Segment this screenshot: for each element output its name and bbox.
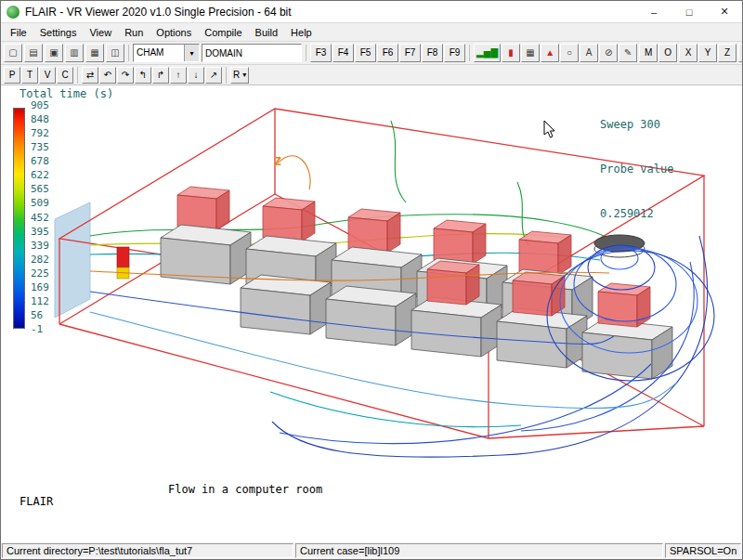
mo-button-group: MO [639,44,677,62]
letter-button-group: PTVC [4,67,73,84]
legend-tick-10: 339 [31,241,49,251]
menu-item-file[interactable]: File [4,24,33,41]
legend-tick-16: -1 [31,324,49,334]
menu-item-build[interactable]: Build [249,24,284,41]
toggle-button-o[interactable]: O [658,44,677,62]
new-file-icon[interactable]: ▢ [4,44,22,62]
legend-tick-9: 395 [31,227,49,237]
menu-bar: FileSettingsViewRunOptionsCompileBuildHe… [1,23,742,42]
sweep-counter: Sweep 300 [600,117,673,132]
copy-icon[interactable]: ▦ [85,44,104,62]
menu-item-view[interactable]: View [83,24,118,41]
triangle-icon[interactable]: ▲ [541,44,559,62]
title-bar: FLAIR - VR Viewer 2020 v1.0 Single Preci… [1,1,742,23]
object-selector-value: CHAM [134,45,184,61]
app-window: FLAIR - VR Viewer 2020 v1.0 Single Preci… [0,0,743,560]
legend-tick-12: 225 [31,268,49,279]
menu-item-help[interactable]: Help [284,24,319,41]
fkey-f4[interactable]: F4 [332,44,354,62]
text-annotation-icon[interactable]: A [580,44,598,62]
toolbar-button-c[interactable]: C [57,67,73,84]
graph-icon[interactable]: ▂▅▇ [474,44,501,62]
menu-item-settings[interactable]: Settings [33,24,84,41]
menu-item-run[interactable]: Run [118,24,150,41]
legend-tick-0: 905 [31,100,49,111]
swap-view-icon[interactable]: ⇄ [82,67,98,84]
scene-caption: Flow in a computer room [168,483,322,496]
object-selector[interactable]: CHAM ▾ [133,44,200,62]
toolbar-separator [469,45,470,61]
probe-value: 0.259012 [600,206,673,221]
turn-left-icon[interactable]: ↰ [135,67,151,84]
fkey-f9[interactable]: F9 [444,44,465,62]
r-dropdown[interactable]: R ▾ [230,67,249,84]
status-sparsol: SPARSOL=On [665,543,741,558]
menu-item-compile[interactable]: Compile [198,24,248,41]
probe-readout: Sweep 300 Probe value 0.259012 [600,87,673,251]
axis-button-x[interactable]: X [679,44,697,62]
app-icon [7,6,20,19]
legend-tick-15: 56 [31,310,49,320]
extra-icon-group: ↗↘✎▂▅▇ [738,44,743,62]
status-bar: Current directory=P:\test\tutorials\fla_… [1,542,742,559]
nav-icon-group: ⇄↶↷↰↱↑↓↗ [82,67,222,84]
z-axis-label: Z [274,154,281,168]
chevron-down-icon[interactable]: ▾ [184,45,199,61]
close-button[interactable]: ✕ [707,1,742,22]
open-file-icon[interactable]: ▤ [24,44,43,62]
redo-view-icon[interactable]: ↷ [117,67,134,84]
slice-icon[interactable]: ⊘ [599,44,618,62]
fkey-f3[interactable]: F3 [310,44,332,62]
maximize-button[interactable]: □ [671,1,707,22]
view-toolbar: PTVC ⇄↶↷↰↱↑↓↗ R ▾ [1,65,742,85]
axis-button-z[interactable]: Z [718,44,736,62]
toolbar-separator [226,67,227,84]
toolbar-button-p[interactable]: P [4,67,20,84]
legend-labels: 9058487927356786225655094523953392822251… [31,100,49,334]
domain-input[interactable] [202,44,302,62]
undo-view-icon[interactable]: ↶ [99,67,116,84]
inlet-panel [55,202,90,318]
ellipse-icon[interactable]: ○ [560,44,579,62]
turn-right-icon[interactable]: ↱ [152,67,169,84]
mesh-icon[interactable]: ▦ [521,44,540,62]
toggle-button-m[interactable]: M [639,44,658,62]
legend-tick-7: 509 [31,198,49,208]
minimize-button[interactable]: – [636,1,671,22]
fkey-f6[interactable]: F6 [377,44,398,62]
print-icon[interactable]: ▥ [65,44,84,62]
main-toolbar: ▢▤▣▥▦◫ CHAM ▾ F3F4F5F6F7F8F9 ▂▅▇▮▦▲○A⊘✎ … [1,42,742,65]
save-file-icon[interactable]: ▣ [45,44,63,62]
viewport-canvas[interactable]: Total time (s) 9058487927356786225655094… [1,85,743,544]
axis-button-group: XYZ [679,44,736,62]
toolbar-separator [77,67,78,84]
probe-value-label: Probe value [600,162,673,176]
toolbar-separator [306,45,306,61]
menu-item-options[interactable]: Options [150,24,198,41]
toolbar-button-t[interactable]: T [21,67,38,84]
chevron-down-icon: ▾ [242,72,246,79]
legend-tick-6: 565 [31,184,49,194]
move-diagonal-icon[interactable]: ↗ [205,67,222,84]
toolbar-button-v[interactable]: V [39,67,56,84]
fkey-f5[interactable]: F5 [355,44,376,62]
fkey-f7[interactable]: F7 [399,44,421,62]
window-title: FLAIR - VR Viewer 2020 v1.0 Single Preci… [25,6,292,19]
move-up-icon[interactable]: ↑ [170,67,187,84]
move-down-icon[interactable]: ↓ [188,67,204,84]
r-dropdown-label: R [233,71,240,80]
probe-marker [117,247,129,279]
fkey-f8[interactable]: F8 [422,44,443,62]
legend-tick-5: 622 [31,170,49,180]
probe-icon[interactable]: ▮ [502,44,520,62]
legend-tick-2: 792 [31,128,49,138]
legend-color-bar [13,108,25,329]
legend-title: Total time (s) [20,87,113,100]
pencil-icon[interactable]: ✎ [619,44,637,62]
window-icon[interactable]: ◫ [106,44,124,62]
legend-tick-4: 678 [31,156,49,166]
mouse-cursor [544,121,554,137]
rotate-up-icon[interactable]: ↗ [738,44,743,62]
axis-button-y[interactable]: Y [698,44,717,62]
window-controls: – □ ✕ [636,1,742,22]
